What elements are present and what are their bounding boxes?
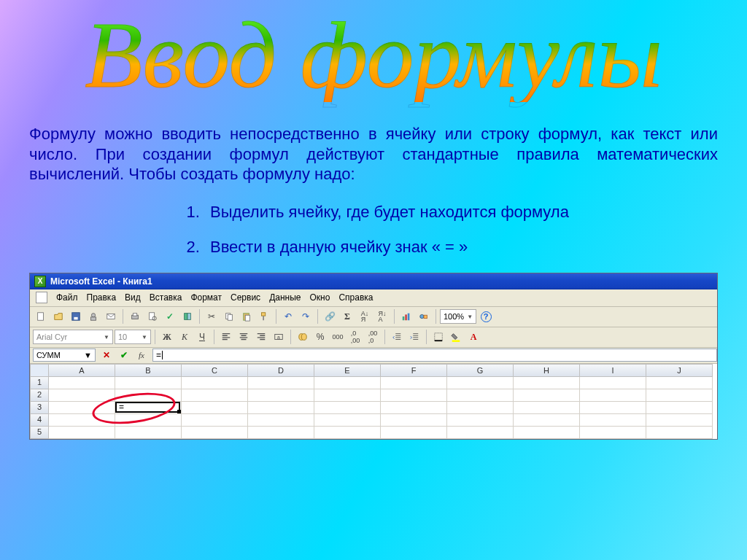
cell[interactable] xyxy=(514,402,580,414)
cell[interactable] xyxy=(381,389,447,402)
cell[interactable] xyxy=(49,427,115,439)
cell[interactable] xyxy=(646,414,713,427)
underline-button[interactable]: Ч xyxy=(194,329,210,345)
preview-button[interactable] xyxy=(144,308,160,324)
research-button[interactable] xyxy=(179,308,196,324)
cell[interactable] xyxy=(182,427,248,439)
col-A[interactable]: A xyxy=(49,364,115,377)
menu-tools[interactable]: Сервис xyxy=(231,292,260,303)
cell[interactable] xyxy=(514,427,580,439)
cell[interactable] xyxy=(182,414,248,427)
col-H[interactable]: H xyxy=(514,364,580,377)
col-J[interactable]: J xyxy=(646,364,713,377)
cell[interactable] xyxy=(182,377,248,389)
align-center-button[interactable] xyxy=(236,329,252,345)
col-C[interactable]: C xyxy=(182,364,248,377)
col-E[interactable]: E xyxy=(314,364,381,377)
format-painter-button[interactable] xyxy=(256,308,272,324)
align-left-button[interactable] xyxy=(218,329,234,345)
cell[interactable] xyxy=(314,377,381,389)
cell[interactable] xyxy=(248,402,314,414)
select-all-corner[interactable] xyxy=(30,364,49,377)
new-button[interactable] xyxy=(33,308,49,324)
cell[interactable] xyxy=(248,414,314,427)
cell[interactable] xyxy=(580,377,646,389)
col-G[interactable]: G xyxy=(447,364,514,377)
cell[interactable] xyxy=(447,402,514,414)
align-right-button[interactable] xyxy=(253,329,269,345)
cut-button[interactable]: ✂ xyxy=(204,308,220,324)
cell[interactable] xyxy=(646,427,713,439)
cell[interactable] xyxy=(49,377,115,389)
menu-insert[interactable]: Вставка xyxy=(150,292,182,303)
cell[interactable] xyxy=(314,402,381,414)
dec-indent-button[interactable] xyxy=(389,329,405,345)
cell[interactable] xyxy=(381,402,447,414)
borders-button[interactable] xyxy=(430,329,446,345)
italic-button[interactable]: К xyxy=(177,329,193,345)
fx-button[interactable]: fx xyxy=(133,347,150,363)
cell[interactable] xyxy=(580,427,646,439)
print-button[interactable] xyxy=(127,308,143,324)
cell[interactable] xyxy=(381,377,447,389)
cell[interactable] xyxy=(514,414,580,427)
zoom-dropdown[interactable]: 100%▼ xyxy=(440,309,476,324)
currency-button[interactable] xyxy=(295,329,311,345)
cell[interactable] xyxy=(580,414,646,427)
cell[interactable] xyxy=(646,402,713,414)
font-dropdown[interactable]: Arial Cyr▼ xyxy=(33,330,113,344)
col-B[interactable]: B xyxy=(115,364,182,377)
cell[interactable] xyxy=(646,377,713,389)
cell[interactable] xyxy=(646,389,713,402)
cell[interactable] xyxy=(447,389,514,402)
cell[interactable] xyxy=(115,427,182,439)
fill-color-button[interactable] xyxy=(448,329,464,345)
cell[interactable] xyxy=(381,414,447,427)
menu-view[interactable]: Вид xyxy=(125,292,141,303)
enter-formula-button[interactable]: ✔ xyxy=(116,347,132,363)
cell[interactable] xyxy=(447,377,514,389)
cell[interactable] xyxy=(580,402,646,414)
permission-button[interactable] xyxy=(85,308,101,324)
cell[interactable] xyxy=(314,389,381,402)
row-5[interactable]: 5 xyxy=(30,427,49,439)
sort-asc-button[interactable]: А↓Я xyxy=(357,308,373,324)
spellcheck-button[interactable]: ✓ xyxy=(162,308,178,324)
row-2[interactable]: 2 xyxy=(30,389,49,402)
cell[interactable] xyxy=(248,389,314,402)
name-box[interactable]: СУММ▼ xyxy=(33,349,96,362)
copy-button[interactable] xyxy=(221,308,237,324)
row-3[interactable]: 3 xyxy=(30,402,49,414)
merge-center-button[interactable]: a xyxy=(271,329,287,345)
menu-window[interactable]: Окно xyxy=(309,292,330,303)
menu-file[interactable]: Файл xyxy=(56,292,78,303)
cancel-formula-button[interactable]: ✕ xyxy=(98,347,115,363)
row-4[interactable]: 4 xyxy=(30,414,49,427)
cell[interactable] xyxy=(381,427,447,439)
mail-button[interactable] xyxy=(103,308,119,324)
inc-decimal-button[interactable]: ,0,00 xyxy=(347,329,363,345)
paste-button[interactable] xyxy=(239,308,255,324)
open-button[interactable] xyxy=(50,308,66,324)
bold-button[interactable]: Ж xyxy=(159,329,175,345)
cell[interactable] xyxy=(514,377,580,389)
cell[interactable] xyxy=(447,414,514,427)
cell[interactable] xyxy=(248,427,314,439)
col-F[interactable]: F xyxy=(381,364,447,377)
formula-input[interactable]: = xyxy=(152,349,717,362)
fontsize-dropdown[interactable]: 10▼ xyxy=(115,330,151,344)
cell[interactable] xyxy=(314,427,381,439)
cell[interactable] xyxy=(580,389,646,402)
cell[interactable] xyxy=(182,389,248,402)
save-button[interactable] xyxy=(68,308,84,324)
cell[interactable] xyxy=(49,389,115,402)
menu-format[interactable]: Формат xyxy=(190,292,222,303)
col-D[interactable]: D xyxy=(248,364,314,377)
help-button[interactable]: ? xyxy=(478,308,494,324)
hyperlink-button[interactable]: 🔗 xyxy=(322,308,338,324)
chart-button[interactable] xyxy=(398,308,414,324)
undo-button[interactable]: ↶ xyxy=(280,308,296,324)
cell[interactable] xyxy=(514,389,580,402)
cell[interactable] xyxy=(115,377,182,389)
redo-button[interactable]: ↷ xyxy=(298,308,314,324)
